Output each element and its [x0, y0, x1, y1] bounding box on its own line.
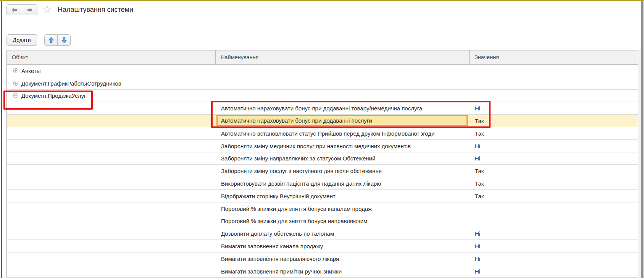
- annotation-box-bonus-rows: [211, 101, 491, 128]
- setting-name: Вимагати заповнення направляючого лікаря: [221, 255, 339, 262]
- setting-name: Пороговий % знижки для зняття бонуса нап…: [221, 218, 367, 224]
- arrow-down-icon: [61, 37, 67, 43]
- back-button[interactable]: [6, 4, 22, 15]
- page-title: Налаштування системи: [58, 6, 133, 14]
- setting-name: Відображати сторінку Внутрішній документ: [221, 193, 336, 199]
- setting-row[interactable]: Вимагати заповнення направляючого лікаря…: [7, 252, 638, 265]
- setting-name: Використовувати дозвіл пацієнта для нада…: [221, 180, 381, 187]
- setting-value[interactable]: Так: [475, 193, 484, 199]
- setting-value[interactable]: Ні: [475, 255, 480, 262]
- setting-name: Вимагати заповнення примітки ручної зниж…: [221, 268, 342, 274]
- history-nav-group: [6, 4, 37, 15]
- add-button[interactable]: Додати: [6, 34, 37, 46]
- tree-group-row[interactable]: Документ.ПродажаУслуг: [7, 90, 638, 102]
- setting-name: Автоматично встановлювати статус Прийшов…: [221, 130, 434, 136]
- setting-name: Пороговий % знижки для зняття бонуса кан…: [221, 205, 372, 212]
- annotation-box-object-row: [3, 91, 93, 110]
- setting-name: Забороняти зміну послуг з наступного дня…: [221, 168, 382, 174]
- object-label: Документ.ГрафикРаботыСотрудников: [21, 80, 121, 86]
- setting-value[interactable]: Так: [475, 168, 484, 174]
- setting-name: Забороняти зміну медичних послуг при ная…: [221, 142, 411, 149]
- setting-row[interactable]: Пороговий % знижки для зняття бонуса кан…: [7, 202, 638, 215]
- arrow-right-icon: [26, 8, 33, 12]
- setting-value[interactable]: Ні: [475, 155, 480, 162]
- expand-icon[interactable]: [13, 68, 18, 73]
- column-header-value[interactable]: Значення: [469, 50, 638, 64]
- move-up-button[interactable]: [44, 34, 58, 46]
- arrow-up-icon: [48, 37, 54, 43]
- favorite-star-icon[interactable]: ☆: [42, 4, 52, 15]
- move-buttons-group: [44, 34, 71, 46]
- settings-table: Об'єкт Найменування Значення АнкетыДокум…: [6, 50, 638, 278]
- setting-name: Забороняти зміну направляючих за статусо…: [221, 155, 375, 162]
- window-top-accent: [0, 0, 644, 1]
- setting-value[interactable]: Ні: [475, 268, 480, 274]
- setting-value[interactable]: Ні: [475, 230, 480, 237]
- setting-name: Дозволити доплату обстежень по талонам: [221, 230, 334, 237]
- expand-icon[interactable]: [13, 81, 18, 86]
- setting-row[interactable]: Вимагати заповнення канала продажуНі: [7, 240, 638, 252]
- setting-row[interactable]: Забороняти зміну направляючих за статусо…: [7, 152, 638, 165]
- arrow-left-icon: [11, 8, 18, 12]
- setting-row[interactable]: Автоматично встановлювати статус Прийшов…: [7, 127, 638, 140]
- tree-group-row[interactable]: Анкеты: [7, 65, 638, 77]
- setting-row[interactable]: Забороняти зміну послуг з наступного дня…: [7, 165, 638, 177]
- setting-value[interactable]: Ні: [475, 142, 480, 149]
- setting-name: Вимагати заповнення канала продажу: [221, 243, 323, 249]
- table-body: АнкетыДокумент.ГрафикРаботыСотрудниковДо…: [7, 65, 638, 278]
- settings-window: ☆ Налаштування системи Додати Об'єкт Най…: [0, 0, 644, 280]
- column-header-object[interactable]: Об'єкт: [7, 50, 215, 64]
- move-down-button[interactable]: [57, 34, 71, 46]
- setting-row[interactable]: Вимагати заповнення примітки ручної зниж…: [7, 265, 638, 278]
- table-header-row: Об'єкт Найменування Значення: [7, 50, 638, 65]
- column-header-name[interactable]: Найменування: [215, 50, 469, 64]
- forward-button[interactable]: [22, 4, 37, 15]
- scrollbar-track[interactable]: [638, 50, 641, 278]
- setting-row[interactable]: Використовувати дозвіл пацієнта для нада…: [7, 177, 638, 190]
- setting-row[interactable]: Відображати сторінку Внутрішній документ…: [7, 190, 638, 202]
- setting-row[interactable]: Забороняти зміну медичних послуг при ная…: [7, 140, 638, 152]
- setting-row[interactable]: Пороговий % знижки для зняття бонуса нап…: [7, 215, 638, 228]
- setting-value[interactable]: Ні: [475, 243, 480, 249]
- setting-row[interactable]: Дозволити доплату обстежень по талонамНі: [7, 227, 638, 240]
- setting-value[interactable]: Так: [475, 130, 484, 136]
- object-label: Анкеты: [21, 67, 41, 74]
- window-left-border: [1, 1, 2, 278]
- titlebar-separator: [2, 20, 641, 20]
- tree-group-row[interactable]: Документ.ГрафикРаботыСотрудников: [7, 77, 638, 90]
- setting-value[interactable]: Так: [475, 180, 484, 187]
